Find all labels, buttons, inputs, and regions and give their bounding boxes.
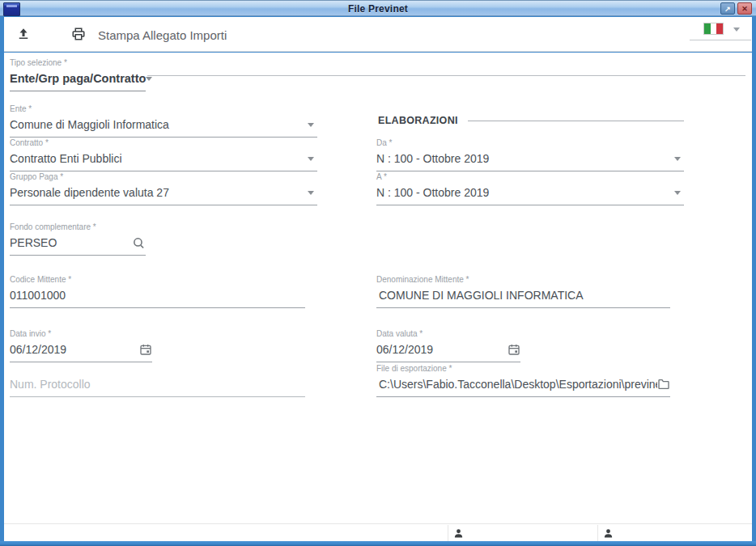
chevron-down-icon — [674, 157, 681, 161]
upload-icon[interactable] — [16, 27, 31, 44]
field-label: Gruppo Paga * — [10, 172, 317, 181]
tipo-selezione-select[interactable]: Ente/Grp paga/Contratto — [10, 70, 146, 87]
da-select[interactable]: N : 100 - Ottobre 2019 — [376, 150, 684, 167]
field-underline — [376, 205, 684, 205]
field-num-protocollo — [10, 376, 305, 397]
window-bottom-border — [0, 541, 756, 546]
field-a: A * N : 100 - Ottobre 2019 — [376, 172, 684, 205]
field-underline — [10, 307, 305, 308]
field-label: A * — [376, 172, 684, 181]
field-label: File di esportazione * — [376, 364, 670, 373]
data-invio-input[interactable] — [10, 341, 139, 358]
tipo-separator-line — [147, 75, 745, 76]
footer-bar — [4, 523, 752, 541]
chevron-down-icon — [146, 77, 152, 81]
field-underline — [376, 362, 520, 362]
a-value: N : 100 - Ottobre 2019 — [376, 186, 489, 199]
field-data-invio: Data invio * — [10, 329, 152, 362]
field-gruppo-paga: Gruppo Paga * Personale dipendente valut… — [10, 172, 317, 205]
italy-flag-icon[interactable] — [703, 23, 724, 35]
file-previnet-window: File Previnet ↗ ✕ Stampa Allegato Import… — [0, 0, 756, 546]
chevron-down-icon[interactable] — [733, 28, 740, 32]
calendar-icon[interactable] — [508, 343, 520, 356]
denominazione-mittente-input[interactable] — [379, 287, 670, 303]
field-file-esportazione: File di esportazione * — [376, 364, 670, 397]
maximize-button[interactable]: ↗ — [720, 2, 735, 15]
field-label: Denominazione Mittente * — [376, 275, 670, 284]
field-underline — [10, 362, 152, 362]
section-title: ELABORAZIONI — [378, 115, 458, 126]
print-allegato-button[interactable]: Stampa Allegato Importi — [98, 28, 227, 42]
chevron-down-icon — [674, 191, 681, 195]
file-esportazione-input[interactable] — [379, 376, 657, 392]
folder-icon[interactable] — [657, 378, 670, 391]
user-icon[interactable] — [603, 527, 614, 542]
printer-icon[interactable] — [71, 27, 86, 44]
user-icon[interactable] — [453, 527, 464, 542]
field-underline — [376, 307, 670, 308]
field-da: Da * N : 100 - Ottobre 2019 — [376, 138, 684, 171]
footer-separator — [597, 525, 598, 541]
gruppo-paga-select[interactable]: Personale dipendente valuta 27 — [10, 184, 317, 201]
field-fondo-complementare: Fondo complementare * — [10, 222, 146, 256]
tipo-selezione-value: Ente/Grp paga/Contratto — [10, 72, 146, 85]
elaborazioni-section-header: ELABORAZIONI — [378, 115, 684, 126]
field-label: Contratto * — [10, 138, 317, 147]
field-codice-mittente: Codice Mittente * — [10, 275, 305, 308]
field-ente: Ente * Comune di Maggioli Informatica — [10, 104, 317, 138]
chevron-down-icon — [308, 123, 314, 127]
field-label: Tipo selezione * — [10, 58, 146, 67]
chevron-down-icon — [308, 191, 314, 195]
fondo-complementare-input[interactable] — [10, 235, 132, 251]
field-label: Codice Mittente * — [10, 275, 305, 284]
search-icon[interactable] — [132, 236, 146, 250]
field-underline — [10, 137, 317, 138]
field-label: Data valuta * — [376, 329, 520, 338]
field-underline — [10, 91, 146, 91]
field-label: Ente * — [10, 104, 317, 113]
chevron-down-icon — [308, 157, 314, 161]
toolbar: Stampa Allegato Importi — [4, 17, 752, 52]
field-underline — [10, 255, 146, 256]
field-contratto: Contratto * Contratto Enti Pubblici — [10, 138, 317, 171]
ente-value: Comune di Maggioli Informatica — [10, 118, 169, 131]
field-underline — [376, 396, 670, 397]
ente-select[interactable]: Comune di Maggioli Informatica — [10, 116, 317, 133]
window-title: File Previnet — [0, 3, 756, 15]
contratto-value: Contratto Enti Pubblici — [10, 152, 122, 165]
field-data-valuta: Data valuta * — [376, 329, 520, 362]
field-denominazione-mittente: Denominazione Mittente * — [376, 275, 670, 308]
footer-separator — [448, 525, 448, 541]
section-line — [468, 121, 684, 121]
gruppo-paga-value: Personale dipendente valuta 27 — [10, 186, 169, 199]
da-value: N : 100 - Ottobre 2019 — [376, 152, 489, 165]
data-valuta-input[interactable] — [376, 341, 508, 358]
contratto-select[interactable]: Contratto Enti Pubblici — [10, 150, 317, 167]
calendar-icon[interactable] — [139, 343, 152, 356]
field-underline — [10, 396, 305, 397]
a-select[interactable]: N : 100 - Ottobre 2019 — [376, 184, 684, 201]
field-underline — [10, 205, 317, 205]
field-underline — [376, 171, 684, 171]
field-label: Data invio * — [10, 329, 152, 338]
field-label: Da * — [376, 138, 684, 147]
language-underline — [690, 40, 751, 40]
field-tipo-selezione: Tipo selezione * Ente/Grp paga/Contratto — [10, 58, 146, 91]
field-underline — [10, 171, 317, 171]
titlebar[interactable]: File Previnet ↗ ✕ — [0, 0, 756, 16]
num-protocollo-input[interactable] — [10, 376, 305, 392]
field-label: Fondo complementare * — [10, 222, 146, 231]
close-button[interactable]: ✕ — [737, 2, 752, 15]
codice-mittente-input[interactable] — [10, 287, 305, 303]
